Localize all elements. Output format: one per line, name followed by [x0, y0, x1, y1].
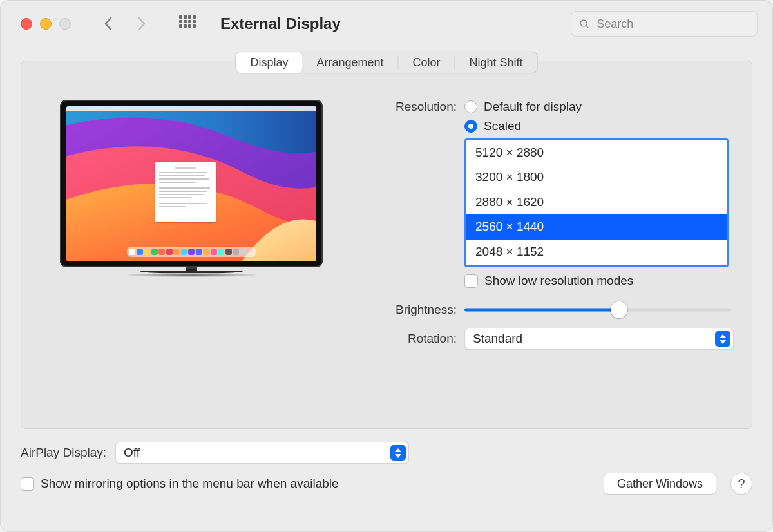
system-preferences-window: External Display Display Arrangement Col…	[0, 0, 773, 532]
tab-display[interactable]: Display	[236, 52, 302, 73]
zoom-window-button[interactable]	[59, 18, 71, 30]
content-area: Display Arrangement Color Night Shift	[0, 48, 773, 532]
resolution-option[interactable]: 2880 × 1620	[466, 190, 727, 214]
search-icon	[579, 18, 590, 30]
radio-icon	[464, 120, 477, 133]
show-low-res-checkbox-row[interactable]: Show low resolution modes	[464, 274, 734, 288]
monitor-frame	[60, 100, 323, 267]
checkbox-label: Show low resolution modes	[484, 274, 633, 288]
back-button[interactable]	[99, 15, 117, 33]
resolution-option[interactable]: 1600 × 900	[466, 264, 727, 267]
minimize-window-button[interactable]	[40, 18, 52, 30]
monitor-screen	[66, 106, 316, 261]
tab-night-shift[interactable]: Night Shift	[455, 52, 537, 73]
svg-point-0	[580, 20, 587, 26]
mirroring-checkbox[interactable]	[21, 477, 34, 491]
airplay-label: AirPlay Display:	[21, 446, 106, 460]
display-settings-panel: Display Arrangement Color Night Shift	[21, 61, 752, 429]
tab-color[interactable]: Color	[399, 52, 455, 73]
settings-tabs: Display Arrangement Color Night Shift	[235, 52, 537, 73]
chevron-up-down-icon	[715, 331, 730, 347]
tab-label: Display	[250, 56, 288, 70]
svg-line-1	[586, 25, 589, 28]
resolution-option[interactable]: 2048 × 1152	[466, 240, 727, 264]
monitor-stand	[153, 267, 230, 280]
preview-document-window	[155, 162, 216, 222]
tab-arrangement[interactable]: Arrangement	[302, 52, 397, 73]
window-title: External Display	[220, 15, 341, 33]
airplay-select[interactable]: Off	[115, 442, 409, 464]
select-value: Standard	[473, 332, 522, 346]
tab-label: Arrangement	[316, 56, 383, 70]
tab-label: Color	[413, 56, 441, 70]
forward-button[interactable]	[133, 15, 151, 33]
select-value: Off	[124, 446, 140, 460]
window-controls	[21, 18, 71, 30]
brightness-label: Brightness:	[374, 303, 457, 317]
show-all-preferences-button[interactable]	[179, 15, 196, 32]
display-preview	[60, 100, 323, 280]
checkbox-icon	[464, 274, 478, 288]
display-controls: Resolution: Default for display Scaled	[374, 100, 734, 350]
button-label: Gather Windows	[617, 477, 703, 491]
help-button[interactable]: ?	[730, 473, 752, 495]
dock-preview	[127, 247, 256, 257]
resolution-option[interactable]: 3200 × 1800	[466, 165, 727, 189]
nav-buttons	[99, 15, 151, 33]
brightness-slider[interactable]	[464, 302, 731, 318]
rotation-label: Rotation:	[374, 332, 457, 346]
footer-area: AirPlay Display: Off Show mirroring opti…	[21, 442, 752, 495]
search-input[interactable]	[595, 17, 749, 32]
close-window-button[interactable]	[21, 18, 32, 30]
titlebar: External Display	[0, 0, 773, 48]
chevron-up-down-icon	[390, 445, 406, 461]
resolution-option[interactable]: 5120 × 2880	[466, 140, 727, 165]
tab-label: Night Shift	[470, 56, 523, 70]
rotation-select[interactable]: Standard	[464, 328, 734, 350]
mirroring-label: Show mirroring options in the menu bar w…	[41, 477, 339, 491]
radio-label: Scaled	[484, 119, 521, 133]
search-field-wrapper	[571, 11, 758, 37]
radio-icon	[464, 100, 477, 113]
resolution-scaled-option[interactable]: Scaled	[464, 119, 582, 133]
resolution-default-option[interactable]: Default for display	[464, 100, 582, 114]
resolution-option[interactable]: 2560 × 1440	[466, 214, 727, 239]
resolution-list[interactable]: 5120 × 28803200 × 18002880 × 16202560 × …	[464, 138, 729, 267]
radio-label: Default for display	[484, 100, 582, 114]
resolution-label: Resolution:	[374, 100, 457, 114]
gather-windows-button[interactable]: Gather Windows	[604, 473, 716, 495]
